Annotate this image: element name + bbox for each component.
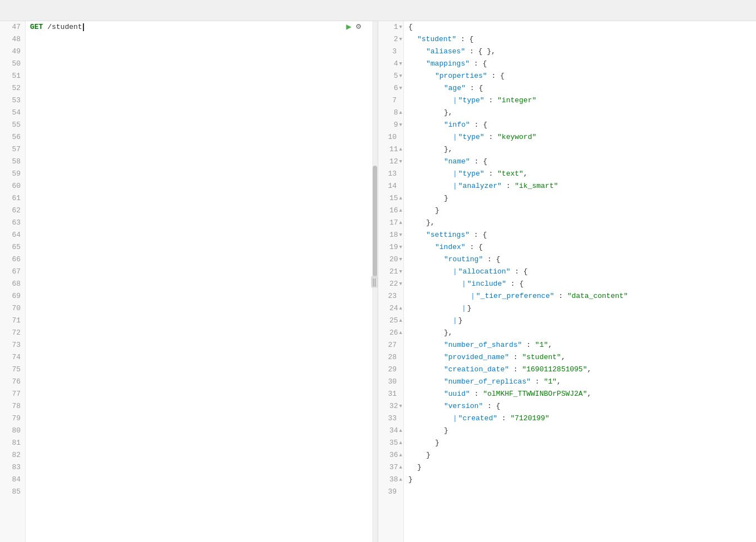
json-line: "number_of_replicas" : "1",	[404, 376, 756, 388]
json-key: "index"	[435, 241, 466, 253]
fold-arrow-up[interactable]: ▲	[399, 449, 402, 461]
json-line: }	[404, 449, 756, 461]
fold-arrow-up[interactable]: ▲	[399, 192, 402, 205]
fold-arrow-up[interactable]: ▲	[399, 205, 402, 217]
json-key: "info"	[444, 119, 470, 131]
json-line-number: 22▼	[378, 278, 403, 290]
menu-help[interactable]	[31, 7, 42, 14]
code-line	[26, 168, 378, 180]
menu-settings[interactable]	[18, 7, 29, 14]
json-line: "provided_name" : "student",	[404, 351, 756, 364]
fold-arrow-down[interactable]: ▼	[399, 82, 402, 95]
fold-arrow-up[interactable]: ▲	[399, 315, 402, 327]
code-line	[26, 351, 378, 364]
line-num-text: 24	[389, 302, 398, 315]
fold-arrow-up[interactable]: ▲	[399, 327, 402, 339]
json-line-number: 37▲	[378, 461, 403, 474]
json-line-number: 14	[378, 180, 403, 192]
json-key: "mappings"	[426, 58, 470, 70]
line-number: 54	[0, 107, 25, 119]
fold-arrow-down[interactable]: ▼	[399, 241, 402, 253]
main-container: 4748495051525354555657585960616263646566…	[0, 21, 756, 542]
fold-arrow-down[interactable]: ▼	[399, 400, 402, 412]
line-number: 80	[0, 425, 25, 437]
code-line	[26, 192, 378, 205]
method-label: GET	[30, 21, 47, 33]
fold-arrow-up[interactable]: ▲	[399, 425, 402, 437]
line-number: 67	[0, 266, 25, 278]
line-num-text: 6	[394, 82, 398, 95]
left-code-content[interactable]: GET /student▶⚙	[26, 21, 378, 542]
line-number: 85	[0, 486, 25, 498]
fold-arrow-up[interactable]: ▲	[399, 107, 402, 119]
fold-arrow-down[interactable]: ▼	[399, 58, 402, 70]
fold-arrow-down[interactable]: ▼	[399, 70, 402, 82]
text-cursor	[83, 23, 84, 31]
line-num-text: 32	[389, 400, 398, 412]
line-number: 82	[0, 449, 25, 461]
line-number: 66	[0, 253, 25, 266]
gutter-marker: |	[453, 180, 457, 192]
json-key: "uuid"	[444, 388, 470, 400]
json-line-number: 7	[378, 95, 403, 107]
line-num-text: 8	[394, 107, 398, 119]
line-num-text: 10	[388, 131, 397, 143]
run-button[interactable]: ▶	[346, 21, 352, 33]
right-editor: 1▼2▼34▼5▼6▼78▲9▼1011▲12▼131415▲16▲17▲18▼…	[378, 21, 756, 542]
json-line-number: 6▼	[378, 82, 403, 95]
json-line-number: 11▲	[378, 143, 403, 156]
json-string-value: "1"	[543, 376, 556, 388]
fold-arrow-down[interactable]: ▼	[399, 229, 402, 241]
json-line-number: 2▼	[378, 33, 403, 46]
fold-arrow-down[interactable]: ▼	[399, 253, 402, 266]
fold-arrow-down[interactable]: ▼	[399, 21, 402, 33]
json-line: }	[404, 192, 756, 205]
code-line	[26, 180, 378, 192]
fold-arrow-down[interactable]: ▼	[399, 156, 402, 168]
line-number: 48	[0, 33, 25, 46]
fold-arrow-up[interactable]: ▲	[399, 474, 402, 486]
json-key: "student"	[417, 33, 456, 46]
line-num-text: 11	[389, 143, 398, 156]
json-key: "number_of_shards"	[444, 339, 522, 351]
fold-arrow-down[interactable]: ▼	[399, 278, 402, 290]
fold-arrow-down[interactable]: ▼	[399, 266, 402, 278]
line-num-text: 21	[389, 266, 398, 278]
json-line-number: 12▼	[378, 156, 403, 168]
json-key: "allocation"	[458, 266, 511, 278]
fold-arrow-up[interactable]: ▲	[399, 437, 402, 449]
menu-bar	[0, 0, 756, 21]
line-number: 77	[0, 388, 25, 400]
menu-history[interactable]	[4, 7, 16, 14]
right-code-content[interactable]: {"student" : {"aliases" : { },"mappings"…	[404, 21, 756, 542]
line-number: 64	[0, 229, 25, 241]
code-line	[26, 205, 378, 217]
line-number: 76	[0, 376, 25, 388]
fold-arrow-down[interactable]: ▼	[399, 119, 402, 131]
settings-icon[interactable]: ⚙	[356, 21, 361, 33]
code-line	[26, 449, 378, 461]
json-line-number: 20▼	[378, 253, 403, 266]
line-number: 84	[0, 474, 25, 486]
json-line: },	[404, 143, 756, 156]
line-num-text: 29	[388, 364, 397, 376]
code-line	[26, 302, 378, 315]
json-line-number: 17▲	[378, 217, 403, 229]
left-scrollbar-thumb[interactable]	[373, 166, 377, 277]
fold-arrow-up[interactable]: ▲	[399, 143, 402, 156]
json-line: "number_of_shards" : "1",	[404, 339, 756, 351]
json-line-number: 30	[378, 376, 403, 388]
json-line-number: 35▲	[378, 437, 403, 449]
resize-handle[interactable]: ‖	[371, 276, 378, 287]
line-num-text: 5	[394, 70, 398, 82]
fold-arrow-up[interactable]: ▲	[399, 461, 402, 474]
json-line: "aliases" : { },	[404, 46, 756, 58]
fold-arrow-up[interactable]: ▲	[399, 217, 402, 229]
code-line	[26, 82, 378, 95]
fold-arrow-up[interactable]: ▲	[399, 302, 402, 315]
json-line-number: 9▼	[378, 119, 403, 131]
fold-arrow-down[interactable]: ▼	[399, 33, 402, 46]
json-line: |"_tier_preference" : "data_content"	[404, 290, 756, 302]
line-num-text: 18	[389, 229, 398, 241]
right-line-numbers: 1▼2▼34▼5▼6▼78▲9▼1011▲12▼131415▲16▲17▲18▼…	[378, 21, 404, 542]
